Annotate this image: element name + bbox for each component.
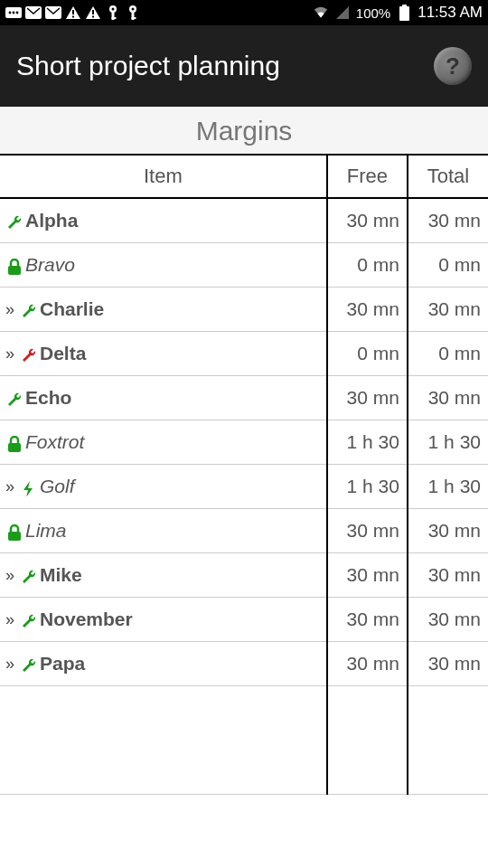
item-name: Bravo (25, 254, 75, 276)
item-name: November (40, 609, 133, 630)
free-cell: 30 mn (327, 288, 408, 332)
key-icon (125, 5, 141, 21)
chevron-icon: » (5, 566, 14, 585)
total-cell: 30 mn (408, 509, 488, 553)
total-cell: 0 mn (408, 243, 488, 288)
item-cell: »Charlie (0, 288, 327, 332)
wrench-green-icon (20, 612, 38, 630)
battery-icon (396, 5, 412, 21)
mail-icon (45, 5, 61, 21)
lock-green-icon (5, 435, 23, 453)
total-cell: 30 mn (408, 198, 488, 243)
item-cell: Bravo (0, 243, 327, 288)
warning-icon (65, 5, 81, 21)
item-cell: »Delta (0, 332, 327, 376)
table-row[interactable]: »Golf1 h 301 h 30 (0, 465, 488, 509)
svg-rect-19 (402, 5, 407, 7)
free-cell: 30 mn (327, 598, 408, 642)
item-name: Charlie (40, 298, 104, 320)
item-name: Delta (40, 343, 86, 364)
total-cell: 30 mn (408, 642, 488, 686)
free-cell: 1 h 30 (327, 420, 408, 465)
wrench-green-icon (20, 302, 38, 320)
total-cell: 30 mn (408, 288, 488, 332)
item-name: Foxtrot (25, 431, 84, 453)
item-cell: Foxtrot (0, 420, 327, 465)
table-row[interactable]: »November30 mn30 mn (0, 598, 488, 642)
free-cell: 0 mn (327, 243, 408, 288)
table-row[interactable]: »Charlie30 mn30 mn (0, 288, 488, 332)
item-cell: »Mike (0, 553, 327, 598)
table-row[interactable]: Lima30 mn30 mn (0, 509, 488, 553)
table-row[interactable]: Bravo0 mn0 mn (0, 243, 488, 288)
wrench-red-icon (20, 346, 38, 364)
table-row[interactable]: Foxtrot1 h 301 h 30 (0, 420, 488, 465)
table-row[interactable]: »Papa30 mn30 mn (0, 642, 488, 686)
more-icon (5, 5, 22, 21)
table-row[interactable]: »Delta0 mn0 mn (0, 332, 488, 376)
item-cell: »Golf (0, 465, 327, 509)
chevron-icon: » (5, 655, 14, 674)
wrench-green-icon (5, 213, 23, 231)
item-cell: »Papa (0, 642, 327, 686)
battery-percent: 100% (356, 5, 390, 21)
header-total: Total (408, 156, 488, 198)
chevron-icon: » (5, 300, 14, 319)
header-free: Free (327, 156, 408, 198)
total-cell: 0 mn (408, 332, 488, 376)
table-row[interactable]: Echo30 mn30 mn (0, 376, 488, 420)
svg-rect-9 (92, 16, 94, 18)
item-cell: Lima (0, 509, 327, 553)
lock-green-icon (5, 258, 23, 276)
empty-space (0, 686, 488, 795)
item-name: Golf (40, 476, 75, 497)
table-row[interactable]: Alpha30 mn30 mn (0, 198, 488, 243)
help-button[interactable]: ? (434, 47, 472, 85)
table-row[interactable]: »Mike30 mn30 mn (0, 553, 488, 598)
wifi-icon (313, 5, 329, 21)
svg-point-3 (16, 12, 19, 14)
chevron-icon: » (5, 344, 14, 363)
mail-icon (25, 5, 42, 21)
signal-icon (334, 5, 351, 21)
item-cell: Alpha (0, 198, 327, 243)
free-cell: 30 mn (327, 509, 408, 553)
total-cell: 1 h 30 (408, 465, 488, 509)
free-cell: 1 h 30 (327, 465, 408, 509)
bolt-green-icon (20, 479, 38, 497)
item-cell: Echo (0, 376, 327, 420)
margins-table: Item Free Total Alpha30 mn30 mnBravo0 mn… (0, 154, 488, 795)
header-item: Item (0, 156, 327, 198)
svg-point-11 (112, 8, 115, 11)
svg-point-1 (9, 12, 12, 14)
wrench-green-icon (5, 391, 23, 409)
item-name: Echo (25, 387, 71, 409)
svg-rect-17 (132, 17, 136, 19)
item-name: Alpha (25, 210, 78, 231)
svg-point-15 (132, 8, 135, 11)
svg-rect-13 (112, 17, 117, 19)
app-bar: Short project planning ? (0, 25, 488, 107)
item-name: Mike (40, 564, 82, 586)
total-cell: 30 mn (408, 376, 488, 420)
key-icon (105, 5, 121, 21)
item-name: Papa (40, 653, 85, 675)
item-name: Lima (25, 520, 67, 542)
status-bar: 100% 11:53 AM (0, 0, 488, 25)
total-cell: 30 mn (408, 553, 488, 598)
svg-rect-18 (399, 6, 409, 21)
lock-green-icon (5, 524, 23, 542)
free-cell: 0 mn (327, 332, 408, 376)
table-header-row: Item Free Total (0, 156, 488, 198)
chevron-icon: » (5, 610, 14, 629)
svg-rect-7 (72, 16, 74, 18)
free-cell: 30 mn (327, 642, 408, 686)
item-cell: »November (0, 598, 327, 642)
svg-rect-8 (92, 10, 94, 14)
warning-icon (85, 5, 101, 21)
free-cell: 30 mn (327, 553, 408, 598)
free-cell: 30 mn (327, 198, 408, 243)
clock: 11:53 AM (418, 4, 483, 22)
wrench-green-icon (20, 568, 38, 586)
total-cell: 30 mn (408, 598, 488, 642)
